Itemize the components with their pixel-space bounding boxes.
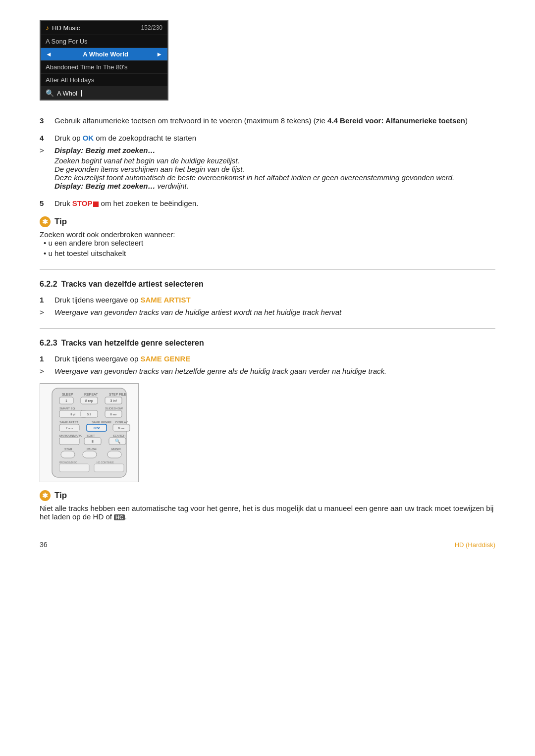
svg-rect-39 bbox=[83, 451, 97, 458]
tip-1-item-2: u het toestel uitschakelt bbox=[44, 249, 495, 257]
music-icon: ♪ bbox=[46, 24, 49, 32]
step-3-bold: 4.4 Bereid voor: Alfanumerieke toetsen bbox=[327, 116, 465, 125]
svg-rect-30 bbox=[59, 438, 79, 445]
svg-text:SAME GENRE: SAME GENRE bbox=[92, 421, 111, 424]
ok-text: OK bbox=[83, 134, 94, 142]
tip-2-content: Niet alle tracks hebben een automatische… bbox=[40, 504, 495, 521]
svg-text:1: 1 bbox=[65, 399, 67, 403]
search-text: A Whol bbox=[57, 90, 77, 97]
page-label: HD (Harddisk) bbox=[455, 541, 495, 549]
page-footer: 36 HD (Harddisk) bbox=[40, 541, 495, 549]
page-number: 36 bbox=[40, 541, 48, 549]
svg-text:DISPLAY: DISPLAY bbox=[115, 421, 128, 424]
screen-item-song-for-us[interactable]: A Song For Us bbox=[41, 35, 167, 48]
screen-title: HD Music bbox=[52, 24, 141, 32]
screen-count: 152/230 bbox=[141, 24, 162, 31]
desc-line-3: Deze keuzelijst toont automatisch de bes… bbox=[54, 173, 495, 182]
section-623-heading: 6.2.3Tracks van hetzelfde genre selecter… bbox=[40, 339, 495, 348]
step-4-block: 4 Druk op OK om de zoekopdracht te start… bbox=[40, 134, 495, 190]
step-3-num: 3 bbox=[40, 116, 49, 125]
step-5-block: 5 Druk STOP om het zoeken te beëindigen. bbox=[40, 199, 495, 207]
svg-text:8 mv: 8 mv bbox=[110, 413, 116, 416]
tip-2-block: ✱ Tip Niet alle tracks hebben een automa… bbox=[40, 490, 495, 521]
svg-text:8 tv: 8 tv bbox=[94, 426, 100, 430]
arrow-left-icon: ◄ bbox=[46, 50, 52, 58]
svg-text:5 2: 5 2 bbox=[87, 413, 92, 416]
svg-rect-40 bbox=[107, 451, 121, 458]
section-divider-2 bbox=[40, 328, 495, 329]
svg-text:SMART EQ: SMART EQ bbox=[59, 407, 75, 410]
step-622-1-content: Druk tijdens weergave op SAME ARTIST bbox=[54, 296, 495, 304]
step-623-1-content: Druk tijdens weergave op SAME GENRE bbox=[54, 354, 495, 363]
svg-text:SLIDESHOW: SLIDESHOW bbox=[105, 407, 123, 410]
remote-svg: SLEEP REPEAT STEP FILE 1 8 rep 3 inf SMA… bbox=[42, 386, 136, 480]
stop-text: STOP bbox=[72, 199, 93, 207]
selected-item-label: A Whole World bbox=[83, 50, 128, 58]
remote-img-container: SLEEP REPEAT STEP FILE 1 8 rep 3 inf SMA… bbox=[40, 383, 139, 482]
svg-text:SEARCH: SEARCH bbox=[113, 434, 125, 437]
tip-1-icon: ✱ bbox=[40, 216, 51, 227]
section-divider-1 bbox=[40, 269, 495, 270]
display-prompt-italic: Display: Bezig met zoeken… bbox=[54, 146, 155, 154]
svg-text:HD CONTINUE: HD CONTINUE bbox=[97, 461, 114, 464]
screen-search-bar: 🔍 A Whol bbox=[41, 87, 167, 100]
svg-text:REPEAT: REPEAT bbox=[84, 393, 98, 396]
screen-item-after[interactable]: After All Holidays bbox=[41, 74, 167, 87]
step-622-prompt: Weergave van gevonden tracks van de huid… bbox=[54, 308, 341, 316]
tip-1-block: ✱ Tip Zoeken wordt ook onderbroken wanne… bbox=[40, 216, 495, 257]
tip-2-icon: ✱ bbox=[40, 490, 51, 501]
screen-item-whole-world[interactable]: ◄ A Whole World ► bbox=[41, 48, 167, 61]
svg-text:7 ans: 7 ans bbox=[66, 427, 73, 430]
svg-text:SORT: SORT bbox=[87, 434, 95, 437]
svg-text:STEP FILE: STEP FILE bbox=[109, 393, 126, 396]
prompt-arrow-622: > bbox=[40, 308, 49, 316]
svg-rect-43 bbox=[59, 464, 89, 472]
tip-1-item-1: u een andere bron selecteert bbox=[44, 239, 495, 247]
same-artist-text: SAME ARTIST bbox=[140, 296, 190, 304]
svg-rect-44 bbox=[94, 464, 124, 472]
svg-rect-38 bbox=[61, 451, 75, 458]
desc-line-4: Display: Bezig met zoeken… verdwijnt. bbox=[54, 182, 495, 190]
same-genre-text: SAME GENRE bbox=[140, 354, 190, 363]
arrow-right-icon: ► bbox=[156, 50, 162, 58]
section-623: 6.2.3Tracks van hetzelfde genre selecter… bbox=[40, 339, 495, 375]
svg-text:BROWSE/DISC: BROWSE/DISC bbox=[59, 461, 77, 464]
tip-2-title: Tip bbox=[54, 491, 67, 501]
desc-line-2: De gevonden items verschijnen aan het be… bbox=[54, 165, 495, 173]
step-5-content: Druk STOP om het zoeken te beëindigen. bbox=[54, 199, 495, 207]
search-cursor bbox=[81, 90, 82, 97]
svg-text:8 rep: 8 rep bbox=[85, 399, 93, 403]
desc-line-1: Zoeken begint vanaf het begin van de hui… bbox=[54, 156, 495, 165]
svg-text:3 inf: 3 inf bbox=[110, 399, 116, 403]
step-623-prompt: Weergave van gevonden tracks van hetzelf… bbox=[54, 367, 386, 375]
svg-text:SLEEP: SLEEP bbox=[62, 393, 73, 396]
svg-text:STAR: STAR bbox=[64, 448, 72, 451]
tip-1-list: u een andere bron selecteert u het toest… bbox=[44, 239, 495, 257]
prompt-arrow-623: > bbox=[40, 367, 49, 375]
tip-1-title: Tip bbox=[54, 217, 67, 227]
svg-text:MUSIC: MUSIC bbox=[111, 448, 121, 451]
step-3-content: Gebruik alfanumerieke toetsen om trefwoo… bbox=[54, 116, 495, 125]
screen-item-abandoned[interactable]: Abandoned Time In The 80's bbox=[41, 61, 167, 74]
prompt-arrow: > bbox=[40, 146, 49, 154]
svg-text:8 mv: 8 mv bbox=[118, 427, 124, 430]
svg-text:8: 8 bbox=[92, 440, 94, 443]
step-623-1-num: 1 bbox=[40, 354, 49, 363]
svg-text:9 pl: 9 pl bbox=[70, 413, 75, 416]
stop-square-icon bbox=[93, 202, 99, 207]
svg-text:🔍: 🔍 bbox=[115, 438, 121, 444]
search-icon-screen: 🔍 bbox=[46, 89, 54, 97]
step-5-num: 5 bbox=[40, 199, 49, 207]
tip-1-intro: Zoeken wordt ook onderbroken wanneer: bbox=[40, 230, 495, 239]
section-622-heading: 6.2.2Tracks van dezelfde artiest selecte… bbox=[40, 280, 495, 289]
svg-text:PAUSE: PAUSE bbox=[87, 448, 97, 451]
step-4-content: Druk op OK om de zoekopdracht te starten bbox=[54, 134, 495, 142]
hd-icon: HC bbox=[114, 514, 125, 520]
svg-text:MARK/UNMARK: MARK/UNMARK bbox=[59, 434, 82, 437]
device-screen: ♪ HD Music 152/230 A Song For Us ◄ A Who… bbox=[40, 20, 168, 101]
step-622-1-num: 1 bbox=[40, 296, 49, 304]
section-622: 6.2.2Tracks van dezelfde artiest selecte… bbox=[40, 280, 495, 316]
screen-header: ♪ HD Music 152/230 bbox=[41, 21, 167, 35]
step-3-block: 3 Gebruik alfanumerieke toetsen om trefw… bbox=[40, 116, 495, 125]
step-4-num: 4 bbox=[40, 134, 49, 142]
